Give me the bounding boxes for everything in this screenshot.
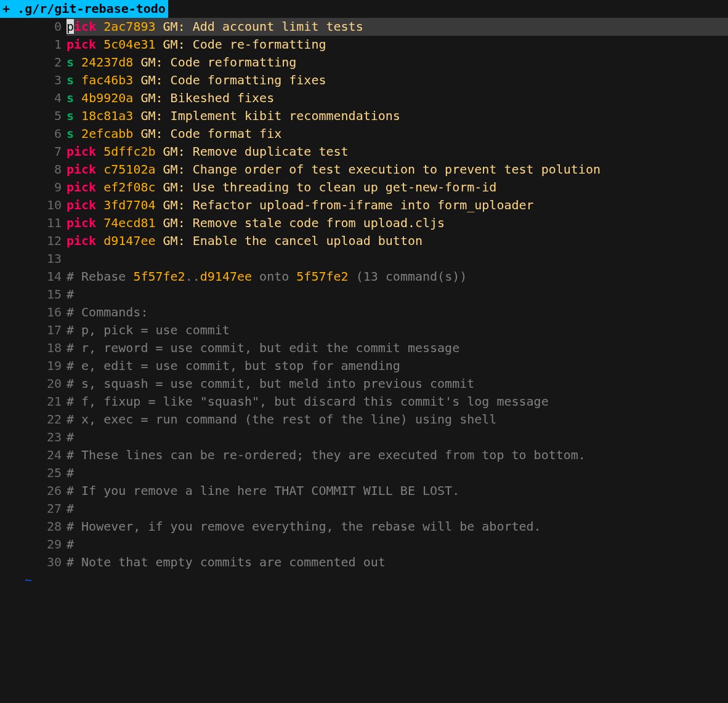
- rebase-line-9[interactable]: 9pick ef2f08c GM: Use threading to clean…: [0, 179, 728, 196]
- comment-line[interactable]: 24# These lines can be re-ordered; they …: [0, 446, 728, 464]
- comment-line[interactable]: 21# f, fixup = like "squash", but discar…: [0, 393, 728, 411]
- commit-message: Remove stale code from upload.cljs: [185, 215, 445, 230]
- commit-message: Code formatting fixes: [163, 73, 326, 87]
- rebase-command: s: [67, 55, 74, 70]
- end-of-buffer-tilde: ~: [0, 571, 728, 589]
- comment-text: # If you remove a line here THAT COMMIT …: [67, 482, 728, 500]
- rebase-ref: d9147ee: [200, 269, 252, 284]
- commit-message: Add account limit tests: [185, 19, 363, 34]
- rebase-line-6[interactable]: 6s 2efcabb GM: Code format fix: [0, 125, 728, 143]
- rebase-line-2[interactable]: 2s 24237d8 GM: Code reformatting: [0, 54, 728, 71]
- comment-line[interactable]: 30# Note that empty commits are commente…: [0, 553, 728, 571]
- line-number: 8: [0, 161, 67, 179]
- commit-hash: 5dffc2b: [103, 144, 155, 159]
- comment-line[interactable]: 20# s, squash = use commit, but meld int…: [0, 375, 728, 393]
- line-number: 5: [0, 107, 67, 125]
- line-number: 0: [0, 18, 67, 36]
- comment-text: # However, if you remove everything, the…: [67, 518, 728, 536]
- rebase-line-8[interactable]: 8pick c75102a GM: Change order of test e…: [0, 161, 728, 179]
- line-number: 17: [0, 321, 67, 339]
- rebase-line-4[interactable]: 4s 4b9920a GM: Bikeshed fixes: [0, 89, 728, 107]
- buffer-title: + .g/r/git-rebase-todo: [0, 0, 168, 18]
- blank-line[interactable]: 13: [0, 250, 728, 268]
- commit-message: Bikeshed fixes: [163, 90, 275, 105]
- comment-text: # f, fixup = like "squash", but discard …: [67, 393, 728, 411]
- commit-message: Implement kibit recommendations: [163, 108, 400, 123]
- comment-text: #: [67, 286, 728, 303]
- commit-message: Enable the cancel upload button: [185, 233, 423, 248]
- rebase-command: pick: [67, 37, 96, 52]
- comment-line[interactable]: 28# However, if you remove everything, t…: [0, 518, 728, 536]
- line-number: 24: [0, 446, 67, 464]
- comment-text: # These lines can be re-ordered; they ar…: [67, 446, 728, 464]
- rebase-line-10[interactable]: 10pick 3fd7704 GM: Refactor upload-from-…: [0, 196, 728, 214]
- commit-message: Change order of test execution to preven…: [185, 162, 601, 177]
- rebase-command: pick: [67, 180, 96, 195]
- commit-hash: 4b9920a: [81, 90, 133, 105]
- comment-line[interactable]: 23#: [0, 428, 728, 446]
- comment-line[interactable]: 17# p, pick = use commit: [0, 321, 728, 339]
- comment-line[interactable]: 18# r, reword = use commit, but edit the…: [0, 339, 728, 357]
- commit-prefix: GM:: [163, 215, 185, 230]
- commit-prefix: GM:: [140, 90, 163, 105]
- comment-line[interactable]: 19# e, edit = use commit, but stop for a…: [0, 357, 728, 375]
- rebase-line-7[interactable]: 7pick 5dffc2b GM: Remove duplicate test: [0, 143, 728, 161]
- rebase-command: pick: [67, 144, 96, 159]
- rebase-ref: 5f57fe2: [296, 269, 348, 284]
- rebase-command: pick: [67, 233, 96, 248]
- rebase-line-1[interactable]: 1pick 5c04e31 GM: Code re-formatting: [0, 36, 728, 54]
- commit-prefix: GM:: [140, 73, 163, 87]
- commit-hash: ef2f08c: [103, 180, 155, 195]
- line-number: 11: [0, 214, 67, 232]
- commit-hash: 2ac7893: [103, 19, 155, 34]
- commit-message: Remove duplicate test: [185, 144, 349, 159]
- commit-prefix: GM:: [163, 180, 185, 195]
- line-number: 19: [0, 357, 67, 375]
- commit-prefix: GM:: [163, 144, 185, 159]
- comment-text: # r, reword = use commit, but edit the c…: [67, 339, 728, 357]
- line-number: 12: [0, 232, 67, 250]
- line-number: 10: [0, 196, 67, 214]
- commit-hash: 5c04e31: [103, 37, 155, 52]
- rebase-command: pick: [67, 198, 96, 212]
- rebase-line-3[interactable]: 3s fac46b3 GM: Code formatting fixes: [0, 71, 728, 89]
- editor-buffer[interactable]: 0pick 2ac7893 GM: Add account limit test…: [0, 18, 728, 589]
- commit-prefix: GM:: [140, 126, 163, 141]
- comment-line[interactable]: 16# Commands:: [0, 303, 728, 321]
- commit-hash: 74ecd81: [103, 215, 155, 230]
- comment-line[interactable]: 29#: [0, 536, 728, 553]
- comment-text: # Commands:: [67, 303, 728, 321]
- line-number: 20: [0, 375, 67, 393]
- rebase-command: ick: [74, 19, 96, 34]
- comment-text: # s, squash = use commit, but meld into …: [67, 375, 728, 393]
- comment-text: #: [67, 536, 728, 553]
- commit-prefix: GM:: [163, 198, 185, 212]
- comment-text: # e, edit = use commit, but stop for ame…: [67, 357, 728, 375]
- comment-line[interactable]: 26# If you remove a line here THAT COMMI…: [0, 482, 728, 500]
- commit-prefix: GM:: [163, 233, 185, 248]
- rebase-summary[interactable]: 14# Rebase 5f57fe2..d9147ee onto 5f57fe2…: [0, 268, 728, 286]
- comment-line[interactable]: 25#: [0, 464, 728, 482]
- commit-hash: d9147ee: [103, 233, 155, 248]
- line-number: 13: [0, 250, 67, 268]
- comment-line[interactable]: 22# x, exec = run command (the rest of t…: [0, 411, 728, 428]
- rebase-line-0[interactable]: 0pick 2ac7893 GM: Add account limit test…: [0, 18, 728, 36]
- commit-hash: 2efcabb: [81, 126, 133, 141]
- line-number: 7: [0, 143, 67, 161]
- rebase-line-12[interactable]: 12pick d9147ee GM: Enable the cancel upl…: [0, 232, 728, 250]
- comment-line[interactable]: 15#: [0, 286, 728, 303]
- cursor: p: [67, 19, 74, 34]
- commit-hash: 3fd7704: [103, 198, 155, 212]
- rebase-line-11[interactable]: 11pick 74ecd81 GM: Remove stale code fro…: [0, 214, 728, 232]
- commit-hash: 18c81a3: [81, 108, 133, 123]
- rebase-command: s: [67, 73, 74, 87]
- commit-message: Code reformatting: [163, 55, 297, 70]
- commit-prefix: GM:: [163, 19, 185, 34]
- rebase-line-5[interactable]: 5s 18c81a3 GM: Implement kibit recommend…: [0, 107, 728, 125]
- comment-line[interactable]: 27#: [0, 500, 728, 518]
- line-number: 30: [0, 553, 67, 571]
- line-number: 21: [0, 393, 67, 411]
- commit-prefix: GM:: [163, 37, 185, 52]
- rebase-command: s: [67, 90, 74, 105]
- comment-text: #: [67, 428, 728, 446]
